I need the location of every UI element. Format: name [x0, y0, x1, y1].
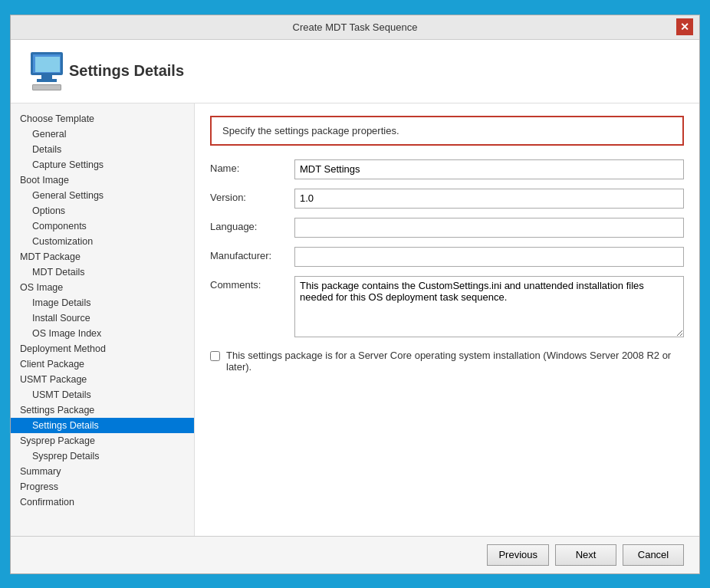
footer-section: Previous Next Cancel — [11, 536, 699, 573]
sidebar-item-sysprep-details[interactable]: Sysprep Details — [11, 448, 194, 464]
close-button[interactable]: ✕ — [676, 18, 693, 35]
sidebar: Choose TemplateGeneralDetailsCapture Set… — [11, 103, 195, 536]
sidebar-item-details[interactable]: Details — [11, 142, 194, 157]
sidebar-item-choose-template[interactable]: Choose Template — [11, 111, 194, 126]
manufacturer-input[interactable] — [294, 247, 684, 267]
cancel-button[interactable]: Cancel — [623, 544, 684, 566]
sidebar-item-capture-settings[interactable]: Capture Settings — [11, 157, 194, 172]
sidebar-item-usmt-details[interactable]: USMT Details — [11, 387, 194, 402]
comments-textarea[interactable]: This package contains the CustomSettings… — [294, 276, 684, 337]
sidebar-item-client-package[interactable]: Client Package — [11, 356, 194, 372]
sidebar-item-components[interactable]: Components — [11, 218, 194, 234]
version-row: Version: — [210, 189, 684, 209]
manufacturer-label: Manufacturer: — [210, 247, 294, 261]
comments-row: Comments: This package contains the Cust… — [210, 276, 684, 337]
sidebar-item-options[interactable]: Options — [11, 203, 194, 218]
language-input[interactable] — [294, 218, 684, 238]
sidebar-item-confirmation[interactable]: Confirmation — [11, 494, 194, 510]
sidebar-item-install-source[interactable]: Install Source — [11, 310, 194, 326]
previous-button[interactable]: Previous — [487, 544, 549, 566]
sidebar-item-boot-image[interactable]: Boot Image — [11, 172, 194, 188]
computer-icon — [26, 52, 69, 90]
server-core-checkbox[interactable] — [210, 351, 220, 361]
sidebar-item-os-image[interactable]: OS Image — [11, 280, 194, 295]
name-row: Name: — [210, 159, 684, 179]
comments-label: Comments: — [210, 276, 294, 291]
sidebar-item-general-settings[interactable]: General Settings — [11, 188, 194, 203]
header-section: Settings Details — [11, 40, 699, 103]
version-input[interactable] — [294, 189, 684, 209]
next-button[interactable]: Next — [555, 544, 616, 566]
page-title: Settings Details — [69, 62, 184, 80]
main-content: Specify the settings package properties.… — [195, 103, 699, 536]
version-label: Version: — [210, 189, 294, 203]
name-label: Name: — [210, 159, 294, 174]
info-text: Specify the settings package properties. — [222, 125, 399, 136]
sidebar-item-mdt-package[interactable]: MDT Package — [11, 249, 194, 264]
sidebar-item-mdt-details[interactable]: MDT Details — [11, 264, 194, 280]
sidebar-item-sysprep-package[interactable]: Sysprep Package — [11, 433, 194, 448]
sidebar-item-summary[interactable]: Summary — [11, 464, 194, 479]
name-input[interactable] — [294, 159, 684, 179]
sidebar-item-deployment-method[interactable]: Deployment Method — [11, 341, 194, 356]
manufacturer-row: Manufacturer: — [210, 247, 684, 267]
language-label: Language: — [210, 218, 294, 232]
language-row: Language: — [210, 218, 684, 238]
sidebar-item-progress[interactable]: Progress — [11, 479, 194, 494]
title-bar: Create MDT Task Sequence ✕ — [11, 15, 699, 40]
server-core-label: This settings package is for a Server Co… — [226, 350, 684, 373]
sidebar-item-usmt-package[interactable]: USMT Package — [11, 372, 194, 387]
main-window: Create MDT Task Sequence ✕ Settings Deta… — [10, 15, 700, 574]
content-area: Choose TemplateGeneralDetailsCapture Set… — [11, 103, 699, 536]
sidebar-item-image-details[interactable]: Image Details — [11, 295, 194, 310]
sidebar-item-os-image-index[interactable]: OS Image Index — [11, 326, 194, 341]
server-core-row: This settings package is for a Server Co… — [210, 350, 684, 373]
window-title: Create MDT Task Sequence — [34, 21, 676, 33]
sidebar-item-settings-package[interactable]: Settings Package — [11, 402, 194, 418]
info-box: Specify the settings package properties. — [210, 116, 684, 146]
sidebar-item-customization[interactable]: Customization — [11, 234, 194, 249]
sidebar-item-settings-details[interactable]: Settings Details — [11, 418, 194, 433]
sidebar-item-general[interactable]: General — [11, 126, 194, 142]
